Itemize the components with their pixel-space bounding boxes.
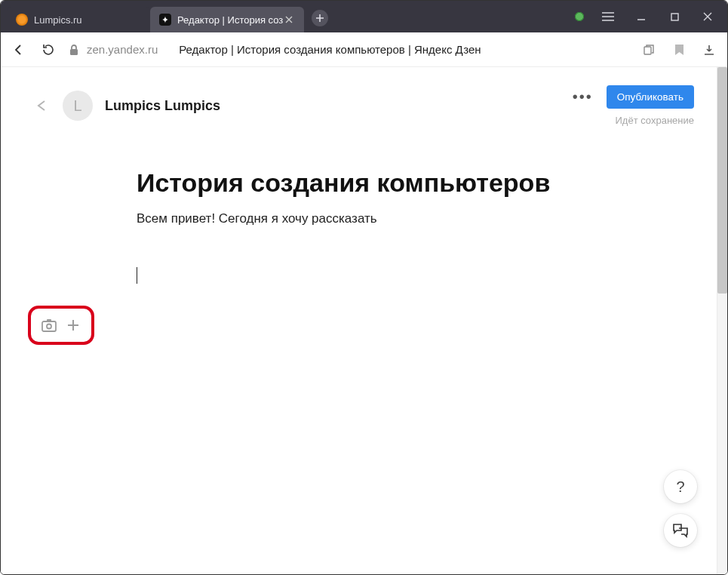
editor-cursor-line[interactable]: [137, 267, 650, 284]
browser-menu-icon[interactable]: [599, 8, 617, 26]
feedback-button[interactable]: [664, 514, 697, 547]
new-tab-button[interactable]: [312, 10, 328, 26]
address-bar: zen.yandex.ru Редактор | История создани…: [1, 32, 727, 67]
channel-avatar[interactable]: L: [63, 91, 93, 121]
copy-url-icon[interactable]: [641, 42, 656, 57]
svg-point-4: [47, 324, 51, 329]
scrollbar[interactable]: [717, 67, 727, 574]
lock-icon: [69, 44, 79, 56]
browser-tab-editor[interactable]: Редактор | История соз: [150, 7, 304, 32]
svg-rect-5: [47, 319, 51, 321]
svg-rect-1: [70, 49, 78, 55]
downloads-icon[interactable]: [702, 42, 717, 57]
close-tab-icon[interactable]: [283, 14, 295, 26]
article-editor[interactable]: История создания компьютеров Всем привет…: [1, 168, 650, 284]
extension-indicator-icon[interactable]: [575, 12, 584, 21]
url-display[interactable]: zen.yandex.ru Редактор | История создани…: [69, 43, 628, 56]
nav-back-button[interactable]: [11, 42, 26, 57]
article-body[interactable]: Всем привет! Сегодня я хочу рассказать: [137, 211, 650, 226]
tab-title: Редактор | История соз: [177, 14, 283, 26]
url-domain: zen.yandex.ru: [87, 43, 158, 56]
insert-toolbar-highlight: [28, 306, 94, 345]
browser-titlebar: Lumpics.ru Редактор | История соз: [1, 1, 727, 32]
svg-rect-0: [671, 14, 678, 20]
article-title[interactable]: История создания компьютеров: [137, 168, 650, 198]
svg-rect-3: [42, 321, 56, 331]
favicon-zen: [159, 14, 171, 26]
insert-block-button[interactable]: [64, 316, 82, 334]
window-close-button[interactable]: [699, 8, 717, 26]
favicon-lumpics: [16, 14, 28, 26]
window-minimize-button[interactable]: [632, 8, 650, 26]
publish-button[interactable]: Опубликовать: [607, 85, 694, 109]
help-button[interactable]: ?: [664, 470, 697, 503]
nav-reload-button[interactable]: [40, 42, 55, 57]
url-page-title: Редактор | История создания компьютеров …: [179, 43, 481, 56]
channel-name[interactable]: Lumpics Lumpics: [105, 98, 220, 114]
bookmark-icon[interactable]: [671, 42, 687, 57]
editor-header: L Lumpics Lumpics ••• Опубликовать Идёт …: [1, 67, 727, 144]
browser-tab-lumpics[interactable]: Lumpics.ru: [7, 7, 150, 32]
page-content: L Lumpics Lumpics ••• Опубликовать Идёт …: [1, 67, 727, 574]
help-icon-label: ?: [676, 478, 684, 496]
back-arrow-icon[interactable]: [34, 98, 51, 113]
window-maximize-button[interactable]: [665, 8, 683, 26]
insert-image-button[interactable]: [40, 316, 58, 334]
tab-title: Lumpics.ru: [34, 14, 141, 26]
svg-rect-2: [644, 47, 651, 54]
save-status-text: Идёт сохранение: [616, 115, 695, 126]
more-options-button[interactable]: •••: [573, 88, 593, 106]
